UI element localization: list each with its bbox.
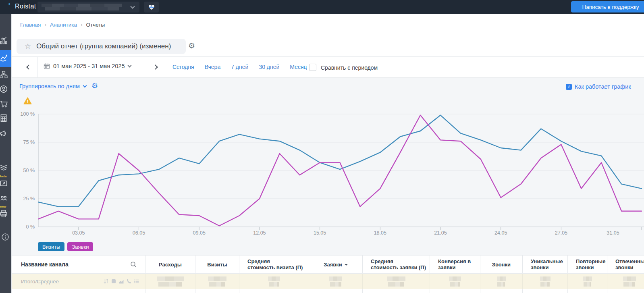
column-header[interactable]: Повторные звонки [567, 256, 607, 273]
column-header[interactable]: Отвеченные звонки [607, 256, 644, 273]
table-cell [362, 289, 430, 293]
column-header[interactable]: Заявки [309, 256, 362, 273]
stop-icon[interactable] [111, 278, 116, 284]
how-chart-works-link[interactable]: i Как работает график [566, 83, 631, 90]
widgets-window-icon[interactable] [0, 179, 8, 188]
totals-value-masked [567, 274, 607, 289]
heart-pulse-icon [148, 4, 155, 10]
divider [37, 57, 38, 77]
reports-icon[interactable] [0, 54, 8, 63]
channels-table: Название канала РасходыВизитыСредняя сто… [12, 255, 644, 293]
masked-value [623, 276, 636, 287]
report-title: Общий отчет (группа компаний) (изменен) [36, 42, 171, 50]
totals-row[interactable]: Итого/Среднее [12, 274, 644, 289]
column-header-label: Отвеченные звонки [615, 258, 644, 270]
search-icon[interactable] [130, 261, 137, 268]
column-header-label: Уникальные звонки [531, 258, 563, 270]
report-title-field[interactable]: ☆ Общий отчет (группа компаний) (изменен… [17, 39, 186, 54]
column-header-label: Заявки [324, 262, 342, 268]
print-forms-icon[interactable] [0, 209, 8, 218]
analytics-icon[interactable] [0, 36, 8, 45]
info-square-icon: i [566, 84, 572, 90]
breadcrumb-separator-icon: › [81, 21, 83, 28]
totals-value-masked [362, 274, 430, 289]
chevron-down-icon [83, 83, 87, 87]
next-period-button[interactable] [153, 64, 158, 70]
column-header-label: Средняя стоимость заявки (П) [371, 258, 426, 270]
masked-value [329, 276, 342, 287]
table-cell [567, 289, 607, 293]
masked-value [208, 276, 226, 287]
legend-toggle-Заявки[interactable]: Заявки [67, 242, 93, 251]
breadcrumb: Главная›Аналитика›Отчеты [20, 21, 105, 28]
quick-period-link[interactable]: Месяц [290, 64, 307, 70]
chart-settings-gear-icon[interactable]: ⚙ [91, 82, 98, 89]
compare-period-label: Сравнить с периодом [321, 64, 378, 71]
promotion-megaphone-icon[interactable] [0, 129, 8, 138]
column-header[interactable]: Уникальные звонки [522, 256, 567, 273]
column-header-label: Повторные звонки [576, 258, 605, 270]
legend-toggle-Визиты[interactable]: Визиты [38, 242, 64, 251]
logo-dot-icon [8, 3, 10, 5]
column-header[interactable]: Визиты [195, 256, 239, 273]
funnels-icon[interactable] [0, 70, 8, 79]
breadcrumb-item[interactable]: Главная [20, 22, 41, 28]
support-button[interactable]: Написать в поддержку [571, 1, 644, 12]
chart-legend: ВизитыЗаявки [38, 242, 93, 251]
table-cell [522, 289, 567, 293]
table-cell [480, 289, 522, 293]
favorite-star-icon[interactable]: ☆ [25, 43, 31, 50]
chart-icon[interactable] [118, 278, 124, 284]
date-range-picker[interactable]: 01 мая 2025 - 31 мая 2025 [44, 63, 131, 69]
audience-icon[interactable] [0, 193, 8, 202]
masked-value [540, 276, 551, 287]
column-header-label: Звонки [492, 262, 511, 268]
warning-icon[interactable] [23, 97, 32, 105]
totals-value-masked [607, 274, 644, 289]
prev-period-button[interactable] [26, 64, 31, 70]
column-header-label: Средняя стоимость визита (П) [247, 258, 303, 270]
channel-name-header[interactable]: Название канала [12, 256, 145, 273]
topbar: Roistat Написать в поддержку [0, 0, 644, 14]
chart-section [12, 78, 644, 255]
service-health-button[interactable] [144, 2, 159, 12]
column-header[interactable]: Средняя стоимость визита (П) [239, 256, 309, 273]
table-header-row: Название канала РасходыВизитыСредняя сто… [12, 255, 644, 274]
column-header[interactable]: Звонки [480, 256, 522, 273]
quick-period-link[interactable]: Вчера [205, 64, 221, 70]
phone-icon[interactable] [126, 278, 132, 284]
column-header[interactable]: Конверсия в заявки [430, 256, 480, 273]
masked-value [449, 276, 461, 287]
quick-period-link[interactable]: 7 дней [231, 64, 248, 70]
roistat-logo[interactable]: Roistat [15, 3, 36, 10]
quick-period-link[interactable]: Сегодня [172, 64, 194, 70]
masked-value [497, 276, 506, 287]
column-header[interactable]: Средняя стоимость заявки (П) [362, 256, 430, 273]
breadcrumb-item[interactable]: Аналитика [50, 22, 77, 28]
divider [142, 57, 142, 77]
project-name-masked [42, 4, 122, 10]
divider [167, 57, 167, 77]
group-by-dropdown[interactable]: Группировать по дням [19, 83, 86, 89]
totals-value-masked [480, 274, 522, 289]
expenses-calculator-icon[interactable] [0, 114, 8, 123]
table-row[interactable] [12, 289, 644, 293]
project-selector[interactable] [37, 2, 139, 12]
new-badge: new [0, 205, 11, 208]
info-icon[interactable] [1, 233, 10, 241]
totals-value-masked [239, 274, 309, 289]
channel-name-header-label: Название канала [21, 261, 69, 268]
chevron-down-icon [127, 64, 131, 68]
report-settings-gear-icon[interactable]: ⚙ [188, 42, 195, 50]
date-bar: 01 мая 2025 - 31 мая 2025 СегодняВчера7 … [12, 56, 644, 78]
orders-cart-icon[interactable] [0, 99, 8, 108]
sort-icon[interactable] [103, 278, 109, 284]
masked-value [583, 276, 592, 287]
client-finance-icon[interactable] [0, 85, 8, 94]
totals-value-masked [145, 274, 195, 289]
integrations-layers-icon[interactable] [0, 163, 8, 172]
column-header[interactable]: Расходы [145, 256, 195, 273]
list-icon[interactable] [134, 278, 139, 284]
quick-period-link[interactable]: 30 дней [259, 64, 279, 70]
compare-period-checkbox[interactable] [309, 64, 316, 71]
